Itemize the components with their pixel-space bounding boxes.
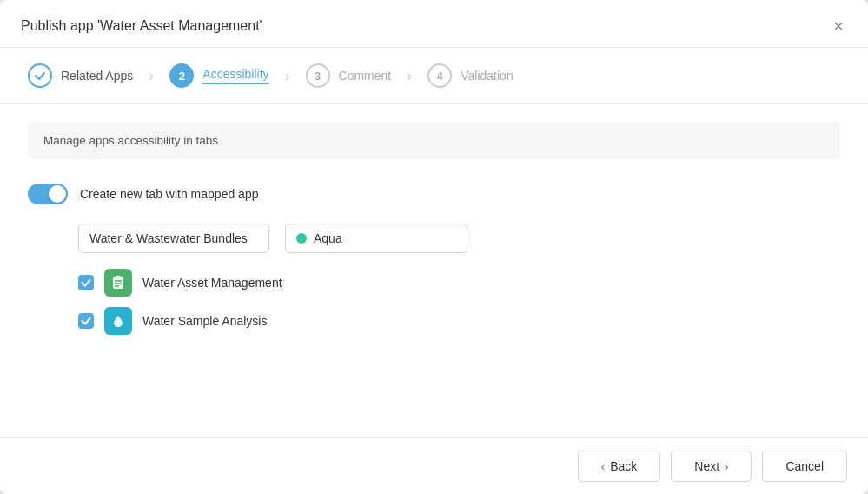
next-button[interactable]: Next › — [671, 451, 752, 482]
step-3-label: Comment — [339, 69, 392, 83]
app-1-icon — [104, 269, 132, 297]
step-1-label: Related Apps — [61, 69, 133, 83]
water-drop-icon — [110, 313, 126, 329]
cancel-label: Cancel — [785, 459, 824, 473]
aqua-dropdown[interactable]: Aqua — [285, 224, 467, 253]
step-2-circle: 2 — [169, 63, 194, 88]
info-bar: Manage apps accessibility in tabs — [28, 122, 840, 159]
app-1-name: Water Asset Management — [142, 276, 282, 290]
arrow-1: › — [149, 67, 154, 85]
dialog-title: Publish app 'Water Asset Management' — [21, 18, 262, 34]
next-label: Next — [694, 459, 719, 473]
next-arrow-icon: › — [725, 460, 728, 473]
cancel-button[interactable]: Cancel — [762, 451, 847, 482]
bundle-input[interactable] — [78, 224, 269, 253]
publish-dialog: Publish app 'Water Asset Management' × R… — [0, 0, 868, 494]
svg-rect-1 — [116, 276, 121, 278]
toggle-thumb — [49, 185, 66, 203]
app-2-checkbox[interactable] — [78, 313, 94, 329]
svg-rect-0 — [113, 277, 123, 289]
aqua-dropdown-value: Aqua — [314, 231, 342, 245]
app-2-name: Water Sample Analysis — [142, 314, 267, 328]
app-item-water-asset: Water Asset Management — [78, 269, 840, 297]
checkbox-check-icon-2 — [81, 316, 91, 326]
aqua-color-dot — [296, 233, 307, 244]
dialog-header: Publish app 'Water Asset Management' × — [0, 0, 868, 48]
dialog-footer: ‹ Back Next › Cancel — [0, 437, 868, 494]
step-accessibility[interactable]: 2 Accessibility — [169, 63, 268, 88]
step-3-circle: 3 — [306, 63, 330, 88]
toggle-row: Create new tab with mapped app — [28, 184, 840, 204]
fields-row: Aqua — [78, 224, 840, 253]
app-list: Water Asset Management Water Sample Anal… — [78, 269, 840, 335]
steps-bar: Related Apps › 2 Accessibility › 3 Comme… — [0, 48, 868, 104]
step-related-apps[interactable]: Related Apps — [28, 63, 133, 88]
step-comment[interactable]: 3 Comment — [306, 63, 392, 88]
app-item-water-sample: Water Sample Analysis — [78, 307, 840, 335]
checkmark-icon — [34, 70, 46, 82]
back-label: Back — [610, 459, 637, 473]
create-tab-toggle[interactable] — [28, 184, 68, 204]
checkbox-check-icon — [81, 277, 91, 288]
clipboard-icon — [110, 275, 126, 290]
info-bar-text: Manage apps accessibility in tabs — [43, 134, 218, 147]
close-button[interactable]: × — [830, 16, 847, 37]
toggle-label: Create new tab with mapped app — [80, 187, 258, 201]
step-4-label: Validation — [461, 69, 513, 83]
dialog-content: Manage apps accessibility in tabs Create… — [0, 104, 868, 437]
step-2-label: Accessibility — [202, 67, 268, 84]
arrow-2: › — [285, 67, 290, 85]
app-2-icon — [104, 307, 132, 335]
step-4-circle: 4 — [427, 63, 452, 88]
back-button[interactable]: ‹ Back — [578, 451, 660, 482]
back-arrow-icon: ‹ — [601, 460, 605, 473]
step-validation[interactable]: 4 Validation — [427, 63, 513, 88]
arrow-3: › — [407, 67, 412, 85]
app-1-checkbox[interactable] — [78, 275, 94, 290]
step-1-circle — [28, 63, 52, 88]
